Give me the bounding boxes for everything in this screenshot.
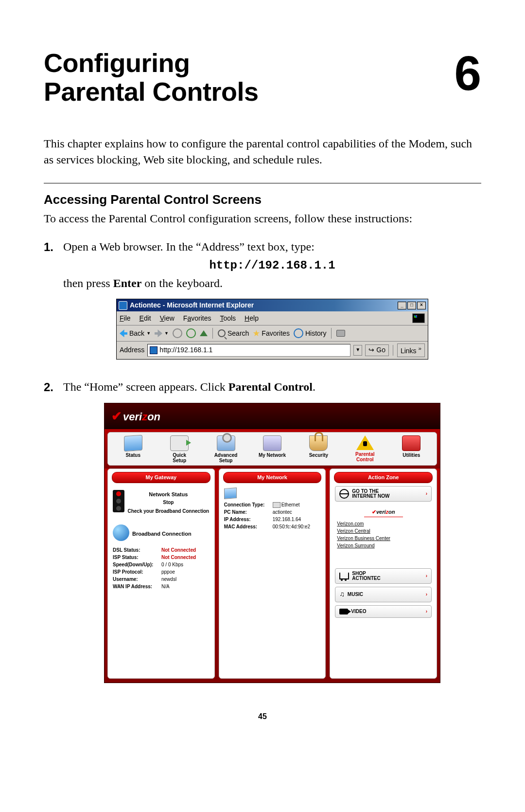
ie-screenshot: Actiontec - Microsoft Internet Explorer … <box>116 299 428 360</box>
address-label: Address <box>120 345 144 355</box>
nav-security[interactable]: Security <box>298 435 339 463</box>
chapter-title-line2: Parental Controls <box>44 77 259 106</box>
btn-shop-actiontec[interactable]: SHOPACTIONTEC › <box>335 568 432 584</box>
link-verizon-surround[interactable]: Verizon Surround <box>337 542 430 549</box>
quick-setup-icon <box>170 435 189 451</box>
nav-parental-label: ParentalControl <box>344 451 386 462</box>
stop-button[interactable] <box>173 328 182 338</box>
favorites-button[interactable]: Favorites <box>253 329 290 339</box>
chevron-right-icon: › <box>426 608 427 615</box>
btn-music[interactable]: ♫MUSIC › <box>335 587 432 602</box>
step-2: 2. The “Home” screen appears. Click Pare… <box>44 379 481 683</box>
panel-head-network: My Network <box>223 472 322 483</box>
forward-arrow-icon <box>155 329 162 337</box>
menu-favorites[interactable]: Favorites <box>183 314 211 324</box>
kv-conn-type: Connection Type:Ethernet <box>224 502 321 508</box>
close-button[interactable]: × <box>417 302 426 309</box>
refresh-button[interactable] <box>186 328 196 338</box>
router-header: ✔verizon <box>105 403 440 429</box>
chapter-title: Configuring Parental Controls <box>44 49 259 107</box>
chevron-right-icon: › <box>426 591 427 598</box>
btn-go-internet[interactable]: GO TO THEINTERNET NOW › <box>335 486 432 502</box>
step-1-text-b-pre: then press <box>63 277 113 289</box>
links-button[interactable]: Links » <box>397 343 425 357</box>
video-icon <box>339 609 348 614</box>
panel-head-gateway: My Gateway <box>112 472 210 483</box>
page-number: 45 <box>44 712 481 721</box>
step-2-number: 2. <box>44 379 63 683</box>
network-status-head: Network Status <box>113 491 210 498</box>
history-button[interactable]: History <box>294 328 327 338</box>
action-links: Verizon.com Verizon Central Verizon Busi… <box>330 519 437 551</box>
search-button[interactable]: Search <box>218 329 249 339</box>
step-1-number: 1. <box>44 239 63 369</box>
step-1-url: http://192.168.1.1 <box>63 257 481 274</box>
nav-my-network[interactable]: My Network <box>251 435 293 463</box>
separator <box>212 328 213 339</box>
globe-icon <box>339 489 349 499</box>
ethernet-icon <box>273 502 280 508</box>
menu-help[interactable]: Help <box>245 314 259 324</box>
ie-title-text: Actiontec - Microsoft Internet Explorer <box>130 301 254 310</box>
kv-wan: WAN IP Address:N/A <box>113 583 210 590</box>
address-input[interactable]: http://192.168.1.1 <box>147 344 350 357</box>
kv-mac: MAC Address:00:50:fc:4d:90:e2 <box>224 523 321 530</box>
address-dropdown[interactable]: ▼ <box>353 345 362 356</box>
kv-username: Username:newdsl <box>113 576 210 583</box>
parental-control-icon <box>356 435 374 450</box>
advanced-setup-icon <box>217 435 235 451</box>
menu-file[interactable]: File <box>120 314 131 324</box>
music-icon: ♫ <box>339 590 345 599</box>
chevron-right-icon: › <box>426 573 427 579</box>
section-title: Accessing Parental Control Screens <box>44 192 481 207</box>
nav-quick-setup[interactable]: QuickSetup <box>158 435 200 463</box>
panel-head-action: Action Zone <box>334 472 433 483</box>
nav-advanced-setup[interactable]: AdvancedSetup <box>205 435 247 463</box>
step-1-enter: Enter <box>113 277 142 289</box>
print-button[interactable] <box>336 330 345 337</box>
back-button[interactable]: Back ▼ <box>120 329 151 339</box>
btn-shop-label: SHOPACTIONTEC <box>352 571 380 581</box>
maximize-button[interactable]: □ <box>407 302 416 309</box>
forward-button[interactable]: ▼ <box>155 329 169 337</box>
panel-action-zone: Action Zone GO TO THEINTERNET NOW › ✔ver… <box>330 469 437 679</box>
step-1: 1. Open a Web browser. In the “Address” … <box>44 239 481 369</box>
verizon-logo: ✔verizon <box>111 407 160 425</box>
ie-toolbar: Back ▼ ▼ Search Favorites History <box>117 325 428 342</box>
ie-throbber-icon <box>412 313 425 323</box>
menu-view[interactable]: View <box>160 314 175 324</box>
kv-pcname: PC Name:actiontec <box>224 509 321 516</box>
ie-titlebar: Actiontec - Microsoft Internet Explorer … <box>117 299 428 312</box>
nav-parental-control[interactable]: ParentalControl <box>344 435 386 463</box>
traffic-light-icon <box>113 490 124 512</box>
section-intro: To access the Parental Control configura… <box>44 212 481 225</box>
minimize-button[interactable]: _ <box>398 302 406 309</box>
security-icon <box>309 435 328 451</box>
utilities-icon <box>402 435 420 451</box>
link-verizon-central[interactable]: Verizon Central <box>337 528 430 535</box>
panel-my-network: My Network Connection Type:Ethernet PC N… <box>219 469 326 679</box>
chapter-header: Configuring Parental Controls 6 <box>44 49 481 107</box>
btn-video[interactable]: VIDEO › <box>335 605 432 618</box>
check-broadband[interactable]: Check your Broadband Connection <box>113 508 210 515</box>
kv-isp: ISP Status:Not Connected <box>113 554 210 561</box>
step-2-bold: Parental Control <box>228 380 313 393</box>
link-verizon-business[interactable]: Verizon Business Center <box>337 535 430 542</box>
router-nav: Status QuickSetup AdvancedSetup My Netwo… <box>107 432 437 466</box>
home-button[interactable] <box>200 330 208 336</box>
nav-utilities[interactable]: Utilities <box>390 435 432 463</box>
stop-label: Stop <box>113 499 210 506</box>
link-verizon-com[interactable]: Verizon.com <box>337 521 430 527</box>
separator <box>393 345 393 356</box>
chapter-title-line1: Configuring <box>44 48 190 77</box>
menu-edit[interactable]: Edit <box>140 314 151 324</box>
nav-status[interactable]: Status <box>112 435 154 463</box>
step-2-text-a: The “Home” screen appears. Click <box>63 380 228 393</box>
go-button[interactable]: ↪ Go <box>365 344 389 356</box>
panel-my-gateway: My Gateway Network Status Stop Check you… <box>107 469 215 679</box>
kv-ip: IP Address:192.168.1.64 <box>224 516 321 523</box>
kv-protocol: ISP Protocol:pppoe <box>113 569 210 576</box>
menu-tools[interactable]: Tools <box>220 314 236 324</box>
step-1-text-b-post: on the keyboard. <box>141 277 223 289</box>
search-icon <box>218 329 226 337</box>
